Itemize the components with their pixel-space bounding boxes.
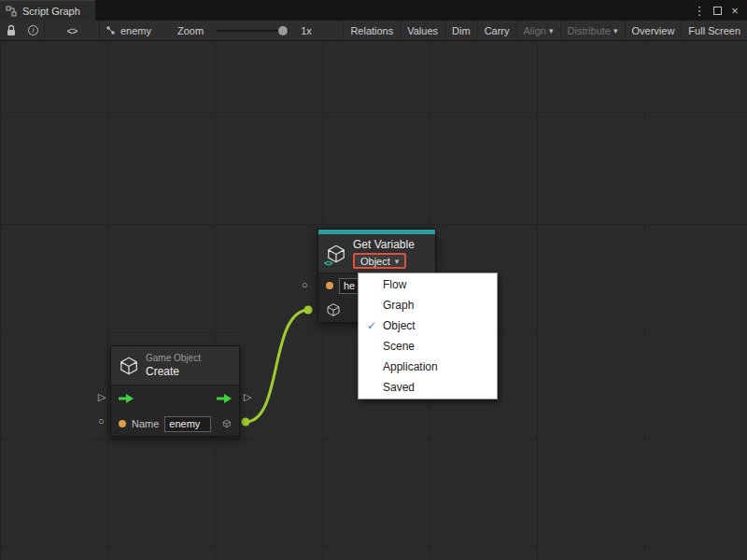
node-category: Game Object — [146, 353, 201, 363]
flow-output-port[interactable]: ▷ — [244, 392, 251, 402]
tab-title: Script Graph — [22, 6, 80, 17]
variable-kind-dropdown[interactable]: Object ▾ — [353, 253, 406, 269]
menu-item-object[interactable]: ✓ Object — [359, 315, 497, 336]
menu-item-label: Scene — [383, 340, 489, 353]
create-node[interactable]: Game Object Create Name enemy — [110, 345, 240, 437]
cube-icon — [119, 356, 139, 376]
chevron-down-icon: ▾ — [613, 26, 618, 35]
zoom-slider[interactable] — [217, 30, 289, 32]
variable-kind-menu: Flow Graph ✓ Object Scene Application Sa… — [358, 273, 498, 399]
zoom-value: 1x — [297, 21, 316, 41]
flow-in-arrow-icon[interactable] — [119, 394, 134, 403]
cube-code-icon: <> — [326, 244, 346, 264]
name-label: Name — [132, 418, 159, 429]
menu-item-label: Saved — [383, 381, 489, 394]
name-input[interactable]: enemy — [164, 416, 211, 432]
flow-input-port[interactable]: ▷ — [98, 392, 106, 402]
cube-icon — [326, 302, 341, 317]
code-glyph: <> — [324, 259, 332, 268]
menu-item-saved[interactable]: Saved — [359, 377, 497, 398]
overview-button[interactable]: Overview — [625, 21, 682, 41]
fullscreen-button[interactable]: Full Screen — [681, 21, 747, 41]
maximize-icon — [713, 7, 722, 15]
lock-icon — [6, 24, 17, 36]
align-label: Align — [524, 25, 546, 36]
node-title: Get Variable — [353, 238, 415, 251]
code-view-button[interactable]: <> — [45, 21, 99, 41]
distribute-button[interactable]: Distribute ▾ — [560, 21, 625, 41]
zoom-label: Zoom — [172, 21, 209, 41]
info-icon: i — [28, 25, 38, 35]
create-node-header: Game Object Create — [111, 346, 239, 385]
graph-name: enemy — [120, 25, 151, 36]
distribute-label: Distribute — [568, 25, 611, 36]
variable-kind-value: Object — [360, 256, 390, 267]
carry-button[interactable]: Carry — [477, 21, 516, 41]
name-row: Name enemy — [111, 412, 239, 436]
relations-button[interactable]: Relations — [343, 21, 400, 41]
flow-out-arrow-icon[interactable] — [217, 394, 232, 403]
menu-item-scene[interactable]: Scene — [359, 336, 497, 357]
cube-icon — [222, 416, 232, 431]
lock-button[interactable] — [0, 21, 22, 41]
string-port-icon[interactable] — [119, 420, 126, 427]
value-input-port[interactable]: ○ — [98, 416, 105, 427]
script-graph-window: Script Graph ⋮ × i <> — [0, 0, 747, 560]
title-bar: Script Graph ⋮ × — [0, 0, 747, 21]
chevron-down-icon: ▾ — [549, 26, 554, 35]
graph-breadcrumb[interactable]: enemy — [100, 21, 157, 41]
menu-item-label: Object — [383, 319, 489, 332]
menu-item-graph[interactable]: Graph — [359, 295, 497, 315]
align-button[interactable]: Align ▾ — [516, 21, 560, 41]
info-button[interactable]: i — [22, 21, 44, 41]
zoom-slider-handle[interactable] — [278, 26, 288, 35]
values-button[interactable]: Values — [400, 21, 444, 41]
tab-script-graph[interactable]: Script Graph — [0, 0, 95, 21]
dim-button[interactable]: Dim — [444, 21, 477, 41]
get-variable-header: <> Get Variable Object ▾ — [318, 234, 435, 273]
menu-item-label: Flow — [383, 278, 489, 291]
chevron-down-icon: ▾ — [395, 257, 400, 266]
script-graph-icon — [6, 6, 17, 17]
maximize-button[interactable] — [710, 3, 725, 18]
code-icon: <> — [67, 25, 78, 36]
menu-item-label: Graph — [383, 299, 489, 312]
graph-asset-icon — [106, 25, 116, 35]
close-button[interactable]: × — [727, 3, 742, 18]
menu-item-label: Application — [383, 360, 489, 373]
window-menu-button[interactable]: ⋮ — [692, 3, 707, 18]
value-input-port[interactable]: ○ — [302, 280, 308, 290]
graph-toolbar: i <> enemy Zoom 1x Relations Values Dim … — [0, 21, 747, 41]
node-title: Create — [146, 365, 179, 378]
string-port-icon[interactable] — [326, 282, 333, 289]
menu-item-flow[interactable]: Flow — [359, 274, 497, 295]
check-icon: ✓ — [364, 319, 379, 332]
menu-item-application[interactable]: Application — [359, 357, 497, 377]
flow-row — [111, 385, 239, 412]
